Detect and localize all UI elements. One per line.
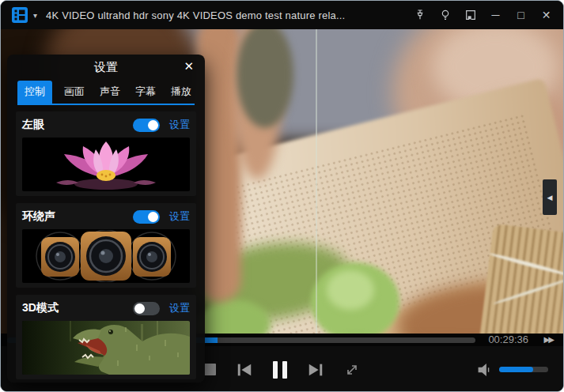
close-button[interactable]: ✕ — [539, 8, 554, 23]
mini-player-icon[interactable] — [463, 8, 478, 23]
settings-panel-title: 设置 — [94, 60, 118, 75]
tab-control[interactable]: 控制 — [17, 81, 52, 104]
tab-sound[interactable]: 声音 — [97, 81, 123, 104]
app-window: ▾ 4K VIDEO ultrahd hdr sony 4K VIDEOS de… — [0, 0, 564, 392]
app-logo-icon[interactable] — [12, 7, 28, 23]
section-label: 3D模式 — [22, 301, 59, 315]
stop-icon — [204, 364, 216, 375]
titlebar-buttons: ─ □ ✕ — [412, 8, 554, 23]
volume-slider-fill — [499, 367, 533, 372]
section-3d-row: 3D模式 设置 — [22, 300, 190, 317]
section-label: 环绕声 — [22, 209, 55, 224]
minimize-button[interactable]: ─ — [488, 8, 503, 23]
settings-close-icon[interactable]: ✕ — [184, 59, 194, 74]
section-left-eye-row: 左眼 设置 — [22, 116, 190, 134]
section-3d-mode: 3D模式 设置 — [16, 295, 196, 379]
tab-playback[interactable]: 播放 — [168, 81, 195, 104]
section-surround-row: 环绕声 设置 — [22, 208, 190, 225]
section-label: 左眼 — [22, 118, 44, 132]
time-display: 00:29:36 — [488, 334, 528, 346]
collapse-arrow-icon: ◀ — [547, 194, 553, 202]
speaker-icon[interactable] — [477, 363, 492, 377]
video-texture — [327, 270, 374, 310]
3d-mode-toggle[interactable] — [133, 302, 160, 315]
fullscreen-icon — [344, 362, 360, 378]
volume-slider[interactable] — [499, 367, 548, 372]
section-left-eye: 左眼 设置 — [16, 111, 196, 196]
settings-panel-header: 设置 ✕ — [7, 55, 205, 80]
maximize-button[interactable]: □ — [513, 8, 528, 23]
surround-settings-link[interactable]: 设置 — [169, 209, 190, 224]
fullscreen-button[interactable] — [344, 362, 360, 378]
settings-panel: 设置 ✕ 控制 画面 声音 字幕 播放 左眼 设置 — [7, 55, 205, 383]
playlist-collapse-handle[interactable]: ◀ — [543, 179, 557, 215]
lightbulb-icon[interactable] — [437, 8, 452, 23]
menu-caret-icon[interactable]: ▾ — [33, 11, 37, 20]
left-eye-toggle[interactable] — [133, 119, 160, 132]
speakers-image — [22, 229, 190, 283]
lotus-flower-image — [22, 138, 190, 191]
fast-forward-icon[interactable]: ▶▶ — [544, 334, 553, 346]
surround-sound-toggle[interactable] — [133, 210, 160, 224]
section-surround-sound: 环绕声 设置 — [16, 203, 196, 288]
3d-settings-link[interactable]: 设置 — [169, 301, 190, 315]
window-title: 4K VIDEO ultrahd hdr sony 4K VIDEOS demo… — [46, 9, 412, 21]
tab-subtitle[interactable]: 字幕 — [132, 81, 159, 104]
titlebar: ▾ 4K VIDEO ultrahd hdr sony 4K VIDEOS de… — [1, 1, 563, 29]
next-button[interactable] — [307, 361, 324, 379]
next-icon — [307, 361, 324, 379]
transport-controls — [204, 346, 360, 392]
left-eye-settings-link[interactable]: 设置 — [169, 118, 190, 132]
previous-button[interactable] — [236, 361, 253, 379]
toggle-knob — [134, 303, 145, 314]
settings-tabs: 控制 画面 声音 字幕 播放 — [17, 81, 195, 105]
pause-button[interactable] — [273, 361, 287, 379]
toggle-knob — [148, 120, 158, 130]
pin-icon[interactable] — [412, 8, 427, 23]
stop-button[interactable] — [204, 364, 216, 375]
toggle-knob — [148, 212, 158, 222]
video-split-seam — [316, 29, 317, 334]
tab-picture[interactable]: 画面 — [61, 81, 88, 104]
previous-icon — [236, 361, 253, 379]
volume-controls — [477, 346, 548, 392]
dinosaur-image — [22, 321, 190, 375]
